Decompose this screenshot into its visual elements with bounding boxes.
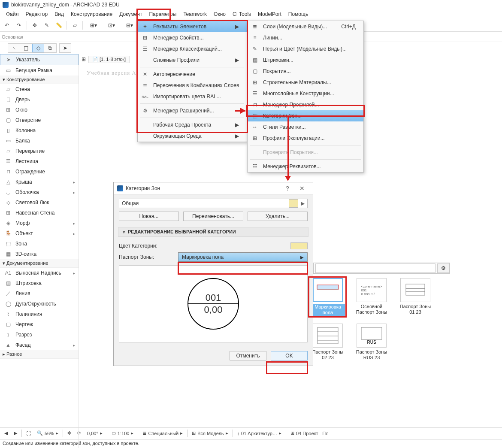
menu-modelport[interactable]: ModelPort [254,10,285,18]
mode-4[interactable]: ⧉ [44,44,56,52]
zoom-control[interactable]: 🔍 56% ▸ [35,430,60,436]
tool-label[interactable]: A1Выносная Надпись▸ [0,268,79,278]
menu-item-markup-styles[interactable]: ↔Стили Разметки... [248,121,363,133]
measure-button[interactable]: 📏 [54,21,64,30]
menu-parameters[interactable]: Параметры [145,10,180,18]
menu-item-property-manager[interactable]: ⊞Менеджер Свойств... [138,32,247,43]
tool-column[interactable]: ▯Колонна [0,125,79,136]
menu-item-composites[interactable]: ☰Многослойные Конструкции... [248,88,363,99]
menu-ci-tools[interactable]: CI Tools [229,10,254,18]
tool-skylight[interactable]: ◇Световой Люк [0,197,79,208]
pan-button[interactable]: ✥ [66,430,73,436]
grid-dropdown[interactable]: ⊡▾ [103,21,120,30]
category-selector[interactable]: Общая ▶ [119,199,308,208]
menu-window[interactable]: Окно [210,10,229,18]
tool-elevation[interactable]: ▲Фасад▸ [0,340,79,350]
help-button[interactable]: ? [280,185,295,192]
mode-1[interactable]: ⟍ [8,44,20,52]
menu-item-building-materials[interactable]: ⊞Строительные Материалы... [248,77,363,88]
angle-display[interactable]: 0,00° ▸ [85,430,104,436]
close-button[interactable]: ✕ [295,185,309,192]
tool-drawing[interactable]: ▢Чертеж [0,319,79,330]
gallery-settings-button[interactable]: ⚙ [437,263,449,273]
menu-item-complex-profiles[interactable]: Сложные Профили▶ [138,54,247,66]
menu-item-profile-manager[interactable]: ⊓Менеджер Профилей... [248,99,363,110]
rename-button[interactable]: Переименовать... [183,212,243,221]
menu-item-attribute-manager[interactable]: ☷Менеджер Реквизитов... [248,161,363,172]
menu-item-layer-intersections[interactable]: ≣Пересечения в Комбинациях Слоев [138,80,247,91]
tool-morph[interactable]: ◈Морф▸ [0,218,79,228]
delete-button[interactable]: Удалить... [248,212,308,221]
section-construction[interactable]: ▾ Конструирование [0,76,79,84]
ruler-button[interactable]: ▱ [70,21,80,30]
menu-construct[interactable]: Конструирование [67,10,116,18]
menu-item-import-ral[interactable]: RALИмпортировать цвета RAL... [138,91,247,102]
mode-3[interactable]: ◇ [32,44,44,52]
tool-section[interactable]: ⟟Разрез [0,330,79,340]
menu-item-operation-profiles[interactable]: ⊞Профили Эксплуатации... [248,133,363,144]
ok-button[interactable]: OK [271,351,308,360]
zone-passport-dropdown[interactable]: Маркировка пола ▶ [178,252,308,262]
menu-item-zone-categories[interactable]: ⬚Категории Зон... [248,110,363,121]
tool-curtainwall[interactable]: ⊞Навесная Стена [0,208,79,218]
new-button[interactable]: Новая... [119,212,179,221]
tool-shell[interactable]: ◡Оболочка▸ [0,187,79,197]
snap-dropdown[interactable]: ⊞▾ [85,21,102,30]
menu-item-addons-manager[interactable]: ⚙Менеджер Расширений... [138,105,247,116]
menu-item-project-work-env[interactable]: Рабочая Среда Проекта▶ [138,119,247,130]
dialog-section-header[interactable]: РЕДАКТИРОВАНИЕ ВЫБРАННОЙ КАТЕГОРИИ [118,227,308,237]
menu-item-element-attributes[interactable]: ✦Реквизиты Элементов▶ [138,21,247,32]
gallery-search-input[interactable] [315,263,435,273]
layout-name[interactable]: ⊞ 04 Проект - Пл [289,430,330,436]
tool-slab[interactable]: ▱Перекрытие [0,146,79,156]
menu-item-autointersect[interactable]: ✕Автопересечение [138,69,247,80]
menu-editor[interactable]: Редактор [22,10,51,18]
tool-door[interactable]: ⎕Дверь [0,94,79,105]
model-filter[interactable]: ⊞ Вся Модель ▸ [190,430,230,436]
undo-button[interactable]: ↶ [2,21,12,30]
menu-file[interactable]: Файл [3,10,22,18]
menu-item-layers[interactable]: ≣Слои (Модельные Виды)...Ctrl+Д [248,21,363,32]
tool-window[interactable]: ⊞Окно [0,105,79,115]
section-documentation[interactable]: ▾ Документирование [0,259,79,268]
menu-teamwork[interactable]: Teamwork [180,10,210,18]
eyedrop-button[interactable]: ✎ [42,21,52,30]
gallery-item-passport-02[interactable]: Паспорт Зоны 02 23 [311,324,345,360]
tool-mesh[interactable]: ▦3D-сетка [0,249,79,259]
view-tab[interactable]: 📄 [1. 1-й этаж] [88,56,130,63]
gallery-item-passport-01[interactable]: Паспорт Зоны 01 23 [398,278,432,316]
redo-button[interactable]: ↷ [14,21,24,30]
layer-combination[interactable]: ≣ Специальный ▸ [141,430,184,436]
gallery-item-main-passport[interactable]: <zone name>0010.000 m² Основной Паспорт … [354,278,389,316]
tool-zone[interactable]: ⬚Зона [0,239,79,249]
menu-view[interactable]: Вид [51,10,67,18]
tool-arc[interactable]: ◯Дуга/Окружность [0,299,79,309]
tool-object[interactable]: 🪑Объект▸ [0,228,79,239]
menu-item-fills[interactable]: ▨Штриховки... [248,54,363,66]
tool-stair[interactable]: ☰Лестница [0,156,79,166]
scale-display[interactable]: ▭ 1:100 ▸ [110,430,136,436]
cancel-button[interactable]: Отменить [230,351,266,360]
tool-roof[interactable]: △Крыша▸ [0,177,79,187]
gallery-item-floor-marking[interactable]: Маркировка пола [311,278,345,316]
tool-marquee[interactable]: ▭ Бегущая Рамка [0,65,79,76]
pick-button[interactable]: ✥ [30,21,40,30]
tool-fill[interactable]: ▨Штриховка [0,278,79,288]
tool-pointer[interactable]: ➤ Указатель [0,54,79,65]
nav-next-icon[interactable]: ▶ [12,430,19,436]
tool-wall[interactable]: ▱Стена [0,84,79,94]
pointer-button[interactable]: ➤ [59,43,71,53]
nav-prev-icon[interactable]: ◀ [3,430,9,436]
tab-grid-icon[interactable]: ⊞ [82,56,86,62]
tool-opening[interactable]: ▢Отверстие [0,115,79,125]
menu-item-environment[interactable]: Окружающая Среда▶ [138,130,247,142]
section-misc[interactable]: ▸ Разное [0,350,79,359]
menu-item-lines[interactable]: ≡Линии... [248,32,363,43]
view-name[interactable]: ↕ 01 Архитектур… ▸ [236,430,283,436]
tool-beam[interactable]: ▭Балка [0,136,79,146]
menu-help[interactable]: Помощь [285,10,311,18]
menu-item-pens[interactable]: ✎Перья и Цвет (Модельные Виды)... [248,43,363,54]
menu-document[interactable]: Документ [116,10,145,18]
tool-railing[interactable]: ⊓Ограждение [0,166,79,177]
gallery-item-passport-rus[interactable]: RUS Паспорт Зоны RUS 23 [354,324,389,360]
